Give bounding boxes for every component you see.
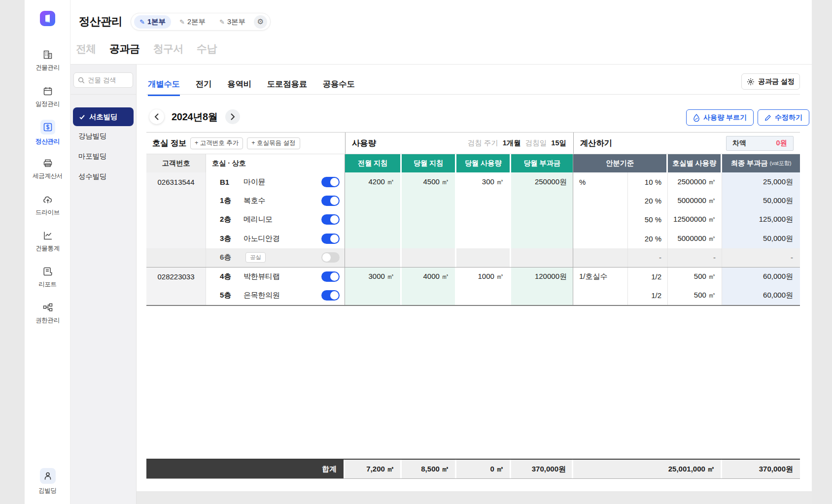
cloud-upload-icon [42,194,54,205]
division-pills: ✎ 1본부 ✎ 2본부 ✎ 3본부 ⚙ [131,13,271,31]
table-total-row: 합계 7,200 ㎥ 8,500 ㎥ 0 ㎥ 370,000원 25,001,0… [146,459,800,479]
room-usage-cell: 500 ㎥ [668,268,722,286]
final-charge-cell: 125,000원 [722,210,800,229]
app-window: 건물관리 일정관리 정산관리 [25,0,812,504]
sidebar-item-permissions[interactable]: 권한관리 [25,302,70,325]
floor-label: 2층 [220,215,238,224]
subnav-receipt[interactable]: 수납 [197,42,217,56]
table-row-vacant: 6층 공실 - - - [146,248,800,267]
col-curr-reading: 당월 지침 [402,154,456,172]
sidebar-item-label: 정산관리 [35,137,60,146]
subnav-utilities[interactable]: 공과금 [109,42,140,56]
total-room-usage-cell: 25,001,000 ㎥ [573,460,722,478]
tab-service-fee[interactable]: 용역비 [227,79,251,96]
ratio-cell: 20 % [628,191,668,210]
basis-cell [573,210,628,229]
building-item[interactable]: 마포빌딩 [70,146,136,167]
tenant-name: 은목한의원 [243,291,280,300]
sidebar-user[interactable]: 김빌딩 [25,468,70,495]
room-toggle[interactable] [321,252,340,263]
utility-settings-button[interactable]: 공과금 설정 [741,73,800,90]
sidebar-item-report[interactable]: 리포트 [25,266,70,289]
customer-number-cell [146,229,206,248]
building-search-area [70,65,136,95]
tenant-name: 복호수 [243,196,265,205]
subnav-invoice[interactable]: 청구서 [153,42,184,56]
sidebar-item-label: 건물관리 [35,64,60,72]
table-column-header: 고객번호 호실 · 상호 전월 지침 당월 지침 당월 사용량 당월 부과금 안… [146,154,800,172]
report-document-icon [42,266,54,277]
app-logo[interactable] [40,11,55,26]
edit-button[interactable]: 수정하기 [758,109,809,126]
room-cell: 3층 아노디안경 [206,229,345,248]
building-panel: 서초빌딩 강남빌딩 마포빌딩 성수빌딩 [70,65,137,504]
subnav-all[interactable]: 전체 [76,42,96,56]
sidebar-item-label: 건물통계 [35,244,60,253]
chevron-right-icon [230,113,235,120]
sidebar-item-statistics[interactable]: 건물통계 [25,230,70,253]
tab-road-occupation[interactable]: 도로점용료 [267,79,307,96]
building-name: 서초빌딩 [89,112,117,122]
building-item[interactable]: 성수빌딩 [70,167,136,187]
sidebar-item-buildings[interactable]: 건물관리 [25,49,70,72]
room-toggle[interactable] [321,177,340,187]
tab-common-water[interactable]: 공용수도 [323,79,355,96]
customer-number-cell [146,248,206,267]
table-row: 026313544 B1 마이뮨 4200 ㎥ 4500 ㎥ 300 ㎥ 250… [146,172,800,191]
sidebar-item-drive[interactable]: 드라이브 [25,194,70,217]
room-toggle[interactable] [321,290,340,301]
main-content: 개별수도 전기 용역비 도로점용료 공용수도 공과금 설정 2024년8월 [137,65,812,504]
sidebar-item-tax-invoice[interactable]: 세금계산서 [25,157,70,180]
difference-value: 0원 [776,138,787,148]
room-toggle[interactable] [321,271,340,282]
prev-month-button[interactable] [149,109,164,124]
curr-reading-cell: 4500 ㎥ [402,172,456,191]
sidebar-item-label: 일정관리 [35,100,60,108]
basis-cell [573,191,628,210]
sub-navigation: 전체 공과금 청구서 수납 [76,42,217,56]
building-search-box[interactable] [73,72,133,88]
floor-label: B1 [220,178,238,186]
meter-info: 검침 주기 1개월 검침일 15일 [468,138,566,148]
tab-electricity[interactable]: 전기 [196,79,211,96]
division-tab-3[interactable]: ✎ 3본부 [214,15,251,29]
fetch-usage-button[interactable]: 사용량 부르기 [686,109,754,126]
settings-label: 공과금 설정 [758,77,795,86]
tab-individual-water[interactable]: 개별수도 [148,79,180,96]
room-grouping-button[interactable]: + 호실묶음 설정 [247,137,300,149]
division-tab-2[interactable]: ✎ 2본부 [174,15,211,29]
division-tab-1[interactable]: ✎ 1본부 [134,15,171,29]
pencil-icon: ✎ [179,18,185,26]
sidebar-item-schedule[interactable]: 일정관리 [25,85,70,108]
final-charge-label: 최종 부과금 [731,159,768,168]
col-customer-number: 고객번호 [146,154,206,172]
month-charge-cell [511,248,573,267]
table-row: 2층 메리니모 50 % 12500000 ㎥ 125,000원 [146,210,800,229]
division-settings-button[interactable]: ⚙ [254,15,267,29]
division-label: 1본부 [147,17,166,27]
building-icon [42,49,54,61]
table-body: 026313544 B1 마이뮨 4200 ㎥ 4500 ㎥ 300 ㎥ 250… [146,172,800,306]
month-usage-cell [456,210,511,229]
room-toggle[interactable] [321,214,340,225]
building-search-input[interactable] [88,76,127,84]
month-usage-cell: 300 ㎥ [456,172,511,191]
col-room-usage: 호실별 사용량 [668,154,722,172]
building-item-selected[interactable]: 서초빌딩 [73,107,134,126]
receipt-printer-icon [42,157,54,169]
room-toggle[interactable] [321,196,340,206]
room-usage-cell: 5000000 ㎥ [668,191,722,210]
sidebar-item-settlement[interactable]: 정산관리 [25,120,70,146]
section-calculate: 계산하기 차액 0원 [573,133,800,154]
next-month-button[interactable] [225,109,240,124]
curr-reading-cell [402,210,456,229]
curr-reading-cell [402,229,456,248]
add-customer-number-button[interactable]: + 고객번호 추가 [190,137,243,149]
floor-label: 1층 [220,196,238,205]
edit-label: 수정하기 [775,113,802,122]
building-item[interactable]: 강남빌딩 [70,126,136,146]
month-charge-cell [511,286,573,304]
difference-box: 차액 0원 [726,136,794,151]
check-icon [79,114,85,120]
room-toggle[interactable] [321,234,340,244]
